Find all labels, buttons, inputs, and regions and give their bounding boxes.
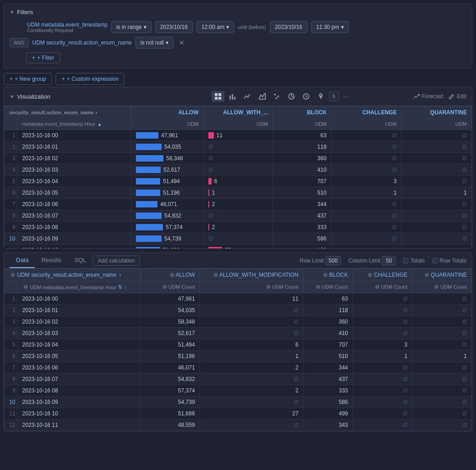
table-row-quarantine: ∅: [412, 316, 472, 328]
table-row-challenge: ∅: [353, 293, 412, 305]
table-row-challenge: 3: [353, 339, 412, 351]
table-row-date: 2023-10-16 02: [17, 153, 131, 164]
chevron-down-icon: ▾: [226, 24, 229, 30]
col-limit-input[interactable]: 50: [382, 256, 396, 265]
svg-rect-6: [234, 97, 235, 100]
table-row-allow-mod: 11: [200, 293, 303, 305]
gear-icon-block[interactable]: ⚙: [323, 272, 328, 278]
remove-filter-button[interactable]: ✕: [177, 39, 186, 46]
table-row-num: 8: [5, 210, 17, 222]
time-to-dropdown[interactable]: 11:30 pm ▾: [311, 21, 349, 33]
table-row-block: 410: [303, 328, 353, 339]
add-filter-button[interactable]: + + Filter: [26, 52, 60, 63]
bottom-data-table: ⚙ UDM security_result.action_enum_name ›…: [4, 269, 472, 431]
table-row-quarantine: ∅: [412, 420, 472, 431]
table-row-date: 2023-10-16 06: [17, 362, 140, 374]
gear-icon[interactable]: ⚙: [11, 272, 15, 278]
table-row-num: 9: [5, 385, 17, 397]
edit-button[interactable]: Edit: [448, 93, 466, 100]
table-row-num: 9: [5, 222, 17, 233]
bar-chart-button[interactable]: [226, 91, 239, 102]
table-row-date: 2023-10-16 04: [17, 339, 140, 351]
table-row-allow-mod: 2: [200, 385, 303, 397]
table-row-challenge: ∅: [331, 233, 402, 245]
time-from-dropdown[interactable]: 12:00 am ▾: [196, 21, 234, 33]
table-row-challenge: 1: [331, 187, 402, 199]
custom-expression-button[interactable]: + + Custom expression: [56, 73, 124, 85]
timestamp-operator-dropdown[interactable]: is in range ▾: [111, 21, 151, 33]
bottom-data-table-container[interactable]: ⚙ UDM security_result.action_enum_name ›…: [4, 269, 472, 431]
table-row-allow-mod: 2: [200, 362, 303, 374]
line-chart-button[interactable]: [241, 91, 254, 102]
area-chart-button[interactable]: [256, 91, 269, 102]
gear-icon-allow[interactable]: ⚙: [170, 272, 174, 278]
totals-checkbox[interactable]: Totals: [403, 257, 425, 264]
table-row-quarantine: ∅: [402, 164, 472, 176]
gear-icon-challenge[interactable]: ⚙: [368, 272, 372, 278]
viz-toolbar: 6 ···: [212, 91, 410, 102]
forecast-button[interactable]: Forecast: [414, 93, 443, 100]
table-row-quarantine: ∅: [412, 385, 472, 397]
svg-rect-1: [218, 93, 221, 96]
gear-icon-count2[interactable]: ⚙: [266, 284, 271, 290]
table-row-quarantine: ∅: [412, 408, 472, 420]
table-row-num: 2: [5, 305, 17, 316]
gear-icon-allow-mod[interactable]: ⚙: [213, 272, 218, 278]
table-row-challenge: ∅: [353, 397, 412, 408]
table-row-quarantine: ∅: [402, 199, 472, 210]
tab-data[interactable]: Data: [10, 253, 35, 268]
date-to-value[interactable]: 2023/10/16: [270, 21, 308, 33]
add-calculation-button[interactable]: Add calculation: [93, 256, 140, 266]
pie-chart-button[interactable]: [285, 91, 298, 102]
table-row-quarantine: 1: [412, 351, 472, 362]
table-row-allow-mod: ∅: [200, 305, 303, 316]
viz-data-table-container[interactable]: security_result.action_enum_name › ALLOW…: [4, 106, 472, 248]
table-row-quarantine: ∅: [412, 362, 472, 374]
date-from-value[interactable]: 2023/10/16: [155, 21, 193, 33]
table-row-allow: 48,559: [140, 420, 200, 431]
action-field-name: UDM security_result.action_enum_name: [32, 39, 132, 46]
map-pin-button[interactable]: [314, 91, 327, 102]
table-row-allow-mod: 2: [203, 222, 273, 233]
gear-icon-count5[interactable]: ⚙: [434, 284, 439, 290]
chevron-down-icon: ▾: [144, 24, 146, 30]
action-operator-dropdown[interactable]: is not null ▾: [135, 37, 174, 49]
tab-sql[interactable]: SQL: [68, 253, 93, 268]
bottom-tabs: Data Results SQL Add calculation Row Lim…: [4, 253, 472, 269]
table-row-block: 437: [303, 374, 353, 385]
gear-icon-subfield[interactable]: ⚙: [23, 284, 28, 290]
table-row-num: 7: [5, 362, 17, 374]
table-row-date: 2023-10-16 09: [17, 397, 140, 408]
table-row-num: 11: [5, 245, 17, 249]
gear-icon-count3[interactable]: ⚙: [316, 284, 320, 290]
table-row-num: 5: [5, 339, 17, 351]
tab-results[interactable]: Results: [35, 253, 67, 268]
viz-number-badge[interactable]: 6: [329, 92, 339, 101]
gear-icon-quarantine[interactable]: ⚙: [425, 272, 429, 278]
table-row-block: 118: [273, 141, 331, 153]
gear-icon-count4[interactable]: ⚙: [375, 284, 380, 290]
gear-icon-count1[interactable]: ⚙: [162, 284, 167, 290]
sort-right-icon: ›: [95, 110, 97, 115]
svg-line-12: [291, 96, 294, 98]
clock-icon-button[interactable]: [300, 91, 313, 102]
table-row-block: 333: [303, 385, 353, 397]
table-view-button[interactable]: [212, 91, 224, 102]
table-row-challenge: 3: [331, 176, 402, 187]
table-row-quarantine: ∅: [402, 222, 472, 233]
table-row-num: 3: [5, 316, 17, 328]
table-row-allow: 51,196: [131, 187, 204, 199]
new-group-button[interactable]: + + New group: [4, 73, 52, 85]
totals-checkbox-box[interactable]: [403, 258, 409, 263]
row-limit-input[interactable]: 500: [325, 256, 341, 265]
more-options-button[interactable]: ···: [341, 91, 352, 102]
table-row-allow: 58,348: [131, 153, 204, 164]
row-totals-checkbox-box[interactable]: [432, 258, 438, 263]
table-row-allow-mod: ∅: [200, 420, 303, 431]
scatter-plot-button[interactable]: [270, 91, 283, 102]
table-row-allow: 54,832: [140, 374, 200, 385]
table-row-num: 3: [5, 153, 17, 164]
row-totals-checkbox[interactable]: Row Totals: [432, 257, 466, 264]
viz-data-table: security_result.action_enum_name › ALLOW…: [4, 106, 472, 248]
table-row-allow: 58,348: [140, 316, 200, 328]
